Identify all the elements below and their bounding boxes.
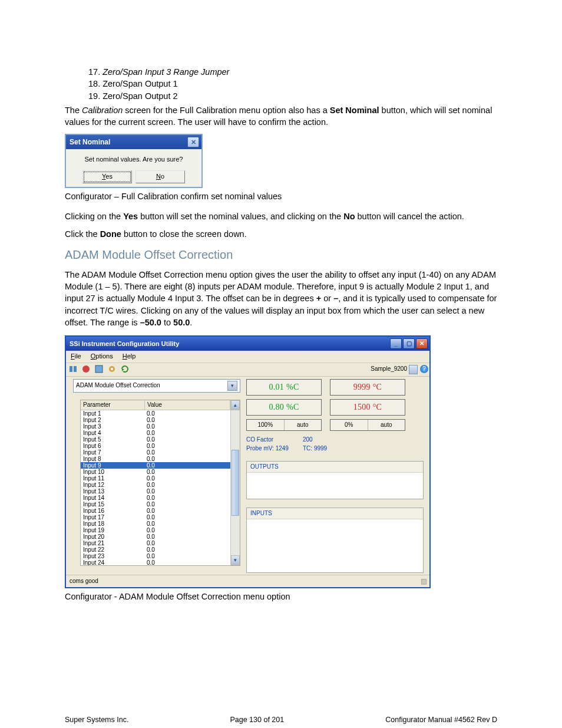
no-button[interactable]: No <box>135 170 185 183</box>
figure-caption: Configurator - ADAM Module Offset Correc… <box>65 591 497 602</box>
page-footer: Super Systems Inc. Page 130 of 201 Confi… <box>65 715 497 726</box>
paragraph: The ADAM Module Offset Correction menu o… <box>65 269 497 328</box>
set-nominal-dialog: Set Nominal ✕ Set nominal values. Are yo… <box>65 134 203 187</box>
table-row[interactable]: Input 10.0 <box>81 410 230 417</box>
app-title: SSi Instrument Configuration Utility <box>70 340 179 348</box>
menubar: File Options Help <box>66 351 429 363</box>
table-row[interactable]: Input 30.0 <box>81 423 230 430</box>
list-item-17: Zero/Span Input 3 Range Jumper <box>103 67 229 77</box>
table-row[interactable]: Input 20.0 <box>81 417 230 423</box>
dialog-message: Set nominal values. Are you sure? <box>66 149 201 166</box>
stop-icon[interactable] <box>81 364 91 374</box>
scroll-up-icon[interactable]: ▴ <box>231 400 240 410</box>
sample-dropdown[interactable] <box>409 365 418 374</box>
table-row[interactable]: Input 80.0 <box>81 456 230 462</box>
menu-help[interactable]: Help <box>123 352 136 361</box>
section-heading: ADAM Module Offset Correction <box>65 246 497 263</box>
metric-cofactor-value: 200 <box>303 436 313 443</box>
col-value: Value <box>145 400 230 410</box>
paragraph: The Calibration screen for the Full Cali… <box>65 104 497 129</box>
table-row[interactable]: Input 240.0 <box>81 559 230 565</box>
list-num: 18. <box>88 79 100 88</box>
close-icon[interactable]: ✕ <box>187 137 199 147</box>
dialog-title: Set Nominal <box>70 137 110 147</box>
list-num: 17. <box>88 67 100 77</box>
maximize-icon[interactable]: ▢ <box>403 338 415 349</box>
table-row[interactable]: Input 180.0 <box>81 521 230 527</box>
table-row[interactable]: Input 110.0 <box>81 475 230 482</box>
screen-select-combo[interactable]: ADAM Module Offset Correction ▾ <box>73 379 240 393</box>
table-row[interactable]: Input 100.0 <box>81 469 230 475</box>
table-row[interactable]: Input 120.0 <box>81 482 230 488</box>
list-item-18: Zero/Span Output 1 <box>103 79 177 88</box>
metric-probe-label: Probe mV: 1249 <box>246 445 289 452</box>
sp-temp: 1500 °C <box>330 399 405 416</box>
status-text: coms good <box>70 577 98 585</box>
pv-carbon: 0.01 %C <box>246 379 322 396</box>
table-row[interactable]: Input 170.0 <box>81 514 230 521</box>
svg-rect-3 <box>95 365 103 373</box>
table-row[interactable]: Input 130.0 <box>81 488 230 495</box>
table-row[interactable]: Input 230.0 <box>81 553 230 559</box>
scrollbar[interactable]: ▴ ▾ <box>230 400 240 565</box>
table-row[interactable]: Input 70.0 <box>81 449 230 456</box>
output2-box: 0%auto <box>330 419 405 431</box>
paragraph: Clicking on the Yes button will set the … <box>65 210 497 222</box>
combo-value: ADAM Module Offset Correction <box>76 381 160 390</box>
app-window: SSi Instrument Configuration Utility _ ▢… <box>65 335 431 588</box>
menu-options[interactable]: Options <box>91 352 113 361</box>
menu-file[interactable]: File <box>71 352 81 361</box>
list-num: 19. <box>88 91 100 101</box>
col-parameter: Parameter <box>81 400 145 410</box>
figure-caption: Configurator – Full Calibration confirm … <box>65 190 497 202</box>
svg-point-5 <box>111 368 113 370</box>
table-row[interactable]: Input 160.0 <box>81 508 230 514</box>
table-row[interactable]: Input 150.0 <box>81 501 230 508</box>
help-icon[interactable]: ? <box>420 365 428 373</box>
sample-label: Sample_9200 <box>371 365 407 373</box>
svg-rect-1 <box>74 366 77 372</box>
chevron-down-icon[interactable]: ▾ <box>227 381 237 391</box>
resize-grip-icon[interactable]: ▨ <box>421 577 426 587</box>
svg-rect-0 <box>70 366 72 372</box>
connect-icon[interactable] <box>68 364 78 374</box>
minimize-icon[interactable]: _ <box>390 338 402 349</box>
table-row[interactable]: Input 210.0 <box>81 540 230 546</box>
table-row[interactable]: Input 140.0 <box>81 495 230 501</box>
refresh-icon[interactable] <box>120 364 130 374</box>
gear-icon[interactable] <box>107 364 117 374</box>
paragraph: Click the Done button to close the scree… <box>65 228 497 240</box>
sp-carbon: 0.80 %C <box>246 399 322 416</box>
scroll-thumb[interactable] <box>232 450 239 516</box>
table-row[interactable]: Input 90.0 <box>81 462 230 469</box>
yes-button[interactable]: Yes <box>82 170 132 183</box>
table-row[interactable]: Input 190.0 <box>81 527 230 533</box>
metric-tc-value: TC: 9999 <box>303 445 327 452</box>
table-row[interactable]: Input 40.0 <box>81 430 230 436</box>
outputs-panel: OUTPUTS <box>246 461 424 499</box>
table-row[interactable]: Input 200.0 <box>81 533 230 540</box>
svg-point-2 <box>82 365 90 373</box>
table-row[interactable]: Input 50.0 <box>81 436 230 443</box>
close-icon[interactable]: ✕ <box>416 338 428 349</box>
table-row[interactable]: Input 60.0 <box>81 443 230 449</box>
save-icon[interactable] <box>94 364 104 374</box>
scroll-down-icon[interactable]: ▾ <box>231 555 240 565</box>
toolbar: Sample_9200 ? <box>66 363 429 377</box>
metric-cofactor-label: CO Factor <box>246 436 289 444</box>
pv-temp: 9999 °C <box>330 379 405 396</box>
inputs-panel: INPUTS <box>246 508 424 573</box>
list-item-19: Zero/Span Output 2 <box>103 91 177 101</box>
output1-box: 100%auto <box>246 419 322 431</box>
table-row[interactable]: Input 220.0 <box>81 546 230 553</box>
